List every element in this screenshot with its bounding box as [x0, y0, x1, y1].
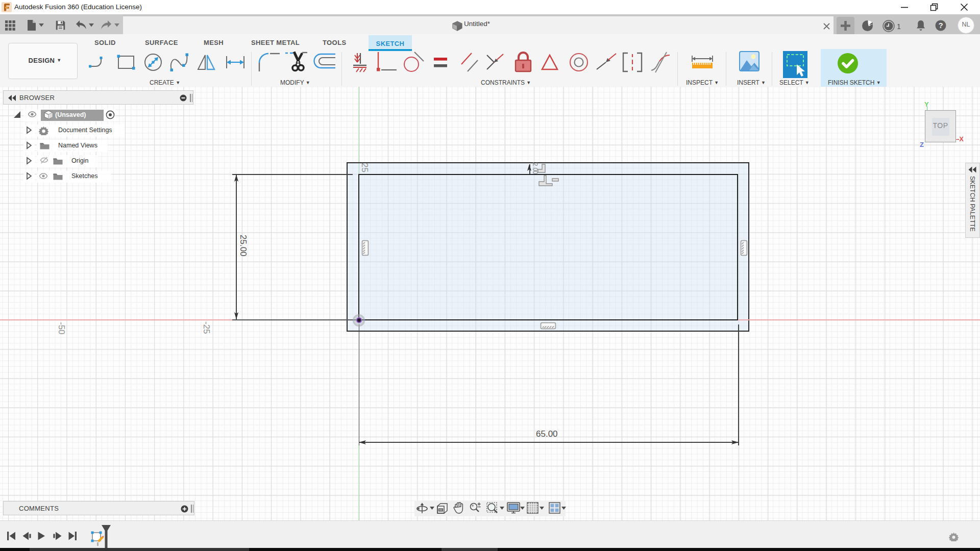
svg-text:?: ?	[938, 21, 943, 30]
